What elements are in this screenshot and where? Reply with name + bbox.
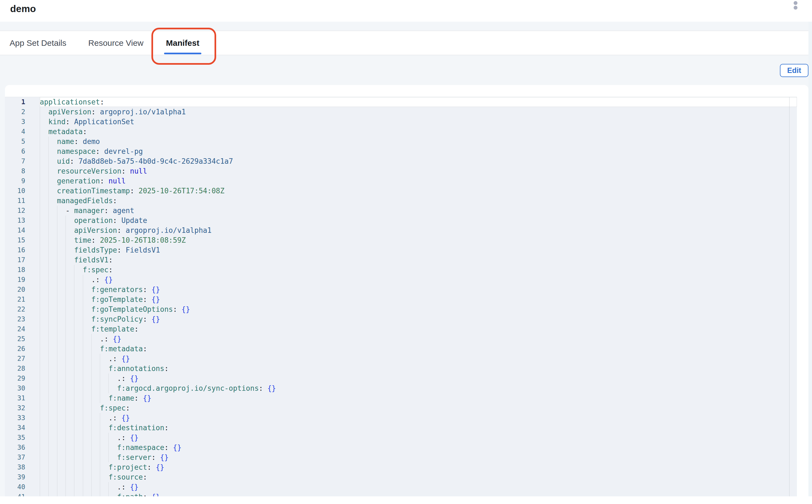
line-number: 25 [5, 334, 40, 344]
code-line: 38f:project: {} [5, 462, 797, 472]
line-number: 8 [5, 166, 40, 176]
code-text: f:generators: {} [40, 285, 797, 295]
code-line: 18f:spec: [5, 265, 797, 275]
code-line: 11managedFields: [5, 196, 797, 206]
code-line: 21f:goTemplate: {} [5, 295, 797, 304]
code-text: .: {} [40, 334, 797, 344]
code-line: 37f:server: {} [5, 452, 797, 462]
code-text: f:destination: [40, 423, 797, 433]
code-text: .: {} [40, 275, 797, 285]
code-text: f:server: {} [40, 452, 797, 462]
line-number: 12 [5, 206, 40, 216]
line-number: 24 [5, 324, 40, 334]
code-line: 25.: {} [5, 334, 797, 344]
line-number: 22 [5, 304, 40, 314]
code-line: 39f:source: [5, 472, 797, 482]
code-text: name: demo [40, 137, 797, 146]
tab-app-set-details[interactable]: App Set Details [10, 31, 66, 55]
code-line: 14apiVersion: argoproj.io/v1alpha1 [5, 225, 797, 235]
code-text: .: {} [40, 413, 797, 423]
code-text: f:path: {} [40, 492, 797, 496]
code-line: 10creationTimestamp: 2025-10-26T17:54:08… [5, 186, 797, 196]
code-text: f:argocd.argoproj.io/sync-options: {} [40, 383, 797, 393]
code-line: 30f:argocd.argoproj.io/sync-options: {} [5, 383, 797, 393]
code-text: f:syncPolicy: {} [40, 314, 797, 324]
line-number: 36 [5, 443, 40, 452]
code-line: 41f:path: {} [5, 492, 797, 496]
code-text: uid: 7da8d8eb-5a75-4b0d-9c4c-2629a334c1a… [40, 156, 797, 166]
code-text: fieldsV1: [40, 255, 797, 265]
line-number: 35 [5, 433, 40, 443]
code-line: 29.: {} [5, 373, 797, 383]
code-line: 20f:generators: {} [5, 285, 797, 295]
manifest-panel: 1applicationset:2apiVersion: argoproj.io… [5, 85, 808, 504]
window-scrollbar[interactable] [808, 22, 812, 496]
code-text: f:namespace: {} [40, 443, 797, 452]
code-line: 28f:annotations: [5, 364, 797, 373]
app-window: demo App Set DetailsResource ViewManifes… [0, 0, 812, 504]
code-text: kind: ApplicationSet [40, 117, 797, 127]
tab-bar: App Set DetailsResource ViewManifest [0, 31, 812, 55]
code-text: .: {} [40, 354, 797, 364]
code-line: 31f:name: {} [5, 393, 797, 403]
code-lines: 1applicationset:2apiVersion: argoproj.io… [5, 97, 797, 496]
line-number: 20 [5, 285, 40, 295]
line-number: 21 [5, 295, 40, 304]
code-line: 2apiVersion: argoproj.io/v1alpha1 [5, 107, 797, 117]
code-line: 15time: 2025-10-26T18:08:59Z [5, 235, 797, 245]
code-line: 24f:template: [5, 324, 797, 334]
line-number: 6 [5, 146, 40, 156]
code-line: 17fieldsV1: [5, 255, 797, 265]
code-text: managedFields: [40, 196, 797, 206]
line-number: 17 [5, 255, 40, 265]
code-text: f:project: {} [40, 462, 797, 472]
code-line: 8resourceVersion: null [5, 166, 797, 176]
line-number: 29 [5, 373, 40, 383]
code-line: 6namespace: devrel-pg [5, 146, 797, 156]
page-title: demo [10, 3, 36, 14]
line-number: 13 [5, 216, 40, 225]
line-number: 5 [5, 137, 40, 146]
code-line: 26f:metadata: [5, 344, 797, 354]
line-number: 2 [5, 107, 40, 117]
code-line: 3kind: ApplicationSet [5, 117, 797, 127]
header-gap-band [0, 22, 812, 31]
code-text: f:template: [40, 324, 797, 334]
code-line: 22f:goTemplateOptions: {} [5, 304, 797, 314]
code-text: f:source: [40, 472, 797, 482]
code-text: .: {} [40, 482, 797, 492]
line-number: 15 [5, 235, 40, 245]
edit-button[interactable]: Edit [780, 64, 808, 77]
line-number: 11 [5, 196, 40, 206]
code-line: 7uid: 7da8d8eb-5a75-4b0d-9c4c-2629a334c1… [5, 156, 797, 166]
line-number: 16 [5, 245, 40, 255]
line-number: 28 [5, 364, 40, 373]
code-line: 40.: {} [5, 482, 797, 492]
yaml-editor[interactable]: 1applicationset:2apiVersion: argoproj.io… [5, 97, 797, 496]
code-line: 12- manager: agent [5, 206, 797, 216]
kebab-menu-icon[interactable] [792, 0, 799, 11]
code-line: 36f:namespace: {} [5, 443, 797, 452]
code-line: 9generation: null [5, 176, 797, 186]
tab-manifest[interactable]: Manifest [166, 31, 199, 55]
tab-resource-view[interactable]: Resource View [88, 31, 143, 55]
code-line: 35.: {} [5, 433, 797, 443]
code-text: resourceVersion: null [40, 166, 797, 176]
editor-scrollbar-track[interactable] [789, 97, 790, 496]
code-text: apiVersion: argoproj.io/v1alpha1 [40, 107, 797, 117]
line-number: 3 [5, 117, 40, 127]
code-text: apiVersion: argoproj.io/v1alpha1 [40, 225, 797, 235]
code-text: operation: Update [40, 216, 797, 225]
line-number: 27 [5, 354, 40, 364]
line-number: 14 [5, 225, 40, 235]
kebab-dot [794, 1, 797, 5]
line-number: 33 [5, 413, 40, 423]
line-number: 4 [5, 127, 40, 137]
line-number: 19 [5, 275, 40, 285]
line-number: 1 [5, 97, 40, 107]
code-text: fieldsType: FieldsV1 [40, 245, 797, 255]
code-text: f:annotations: [40, 364, 797, 373]
code-text: f:metadata: [40, 344, 797, 354]
code-text: f:spec: [40, 403, 797, 413]
line-number: 32 [5, 403, 40, 413]
